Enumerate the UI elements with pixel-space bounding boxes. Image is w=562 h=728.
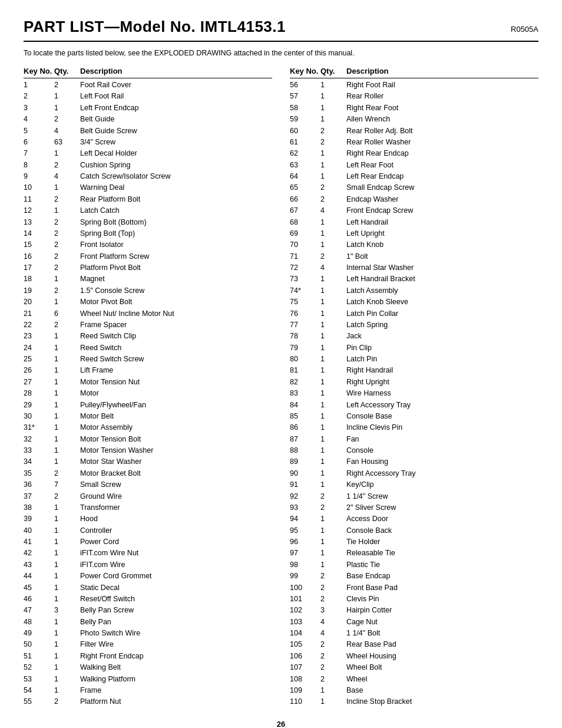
table-row: 97 1 Releasable Tie [290, 548, 538, 559]
part-desc: Latch Catch [80, 205, 272, 216]
table-row: 96 1 Tie Holder [290, 536, 538, 548]
part-qty: 2 [54, 262, 80, 274]
part-key: 107 [290, 662, 320, 673]
table-row: 83 1 Wire Harness [290, 388, 538, 399]
part-key: 91 [290, 479, 320, 490]
part-desc: Platform Pivot Bolt [80, 262, 272, 274]
part-qty: 2 [54, 319, 80, 331]
part-key: 40 [24, 525, 54, 536]
part-key: 109 [290, 685, 320, 696]
part-qty: 2 [54, 285, 80, 297]
part-key: 54 [24, 685, 54, 696]
table-row: 5 4 Belt Guide Screw [24, 126, 272, 137]
part-key: 76 [290, 308, 320, 319]
part-desc: 1" Bolt [346, 251, 538, 262]
part-desc: Front Platform Screw [80, 251, 272, 262]
part-qty: 1 [54, 434, 80, 445]
part-key: 34 [24, 456, 54, 467]
part-desc: Motor Tension Washer [80, 445, 272, 456]
part-key: 44 [24, 571, 54, 582]
part-desc: Incline Clevis Pin [346, 422, 538, 433]
table-row: 100 2 Front Base Pad [290, 582, 538, 594]
part-key: 21 [24, 308, 54, 319]
part-desc: Controller [80, 525, 272, 536]
part-key: 95 [290, 525, 320, 536]
part-key: 3 [24, 103, 54, 114]
part-key: 26 [24, 365, 54, 376]
part-qty: 1 [320, 228, 346, 239]
table-row: 12 1 Latch Catch [24, 205, 272, 216]
part-key: 46 [24, 594, 54, 605]
table-row: 107 2 Wheel Bolt [290, 662, 538, 673]
part-key: 27 [24, 377, 54, 388]
table-row: 77 1 Latch Spring [290, 319, 538, 331]
part-key: 25 [24, 354, 54, 365]
table-row: 13 2 Spring Bolt (Bottom) [24, 217, 272, 228]
part-qty: 1 [54, 594, 80, 605]
table-row: 50 1 Filter Wire [24, 639, 272, 650]
table-row: 30 1 Motor Belt [24, 411, 272, 422]
part-key: 110 [290, 696, 320, 707]
table-row: 57 1 Rear Roller [290, 91, 538, 102]
part-key: 98 [290, 559, 320, 571]
table-row: 35 2 Motor Bracket Bolt [24, 468, 272, 479]
table-row: 39 1 Hood [24, 513, 272, 525]
part-qty: 1 [54, 445, 80, 456]
table-row: 104 4 1 1/4" Bolt [290, 628, 538, 639]
table-row: 92 2 1 1/4" Screw [290, 491, 538, 502]
table-row: 49 1 Photo Switch Wire [24, 628, 272, 639]
part-key: 51 [24, 651, 54, 662]
part-key: 35 [24, 468, 54, 479]
part-key: 102 [290, 605, 320, 616]
part-qty: 4 [320, 628, 346, 639]
part-qty: 6 [54, 308, 80, 319]
part-key: 22 [24, 319, 54, 331]
part-desc: Latch Spring [346, 319, 538, 331]
part-key: 101 [290, 594, 320, 605]
table-row: 58 1 Right Rear Foot [290, 103, 538, 114]
table-row: 73 1 Left Handrail Bracket [290, 274, 538, 285]
part-desc: Console [346, 445, 538, 456]
table-row: 80 1 Latch Pin [290, 354, 538, 365]
part-qty: 1 [54, 513, 80, 525]
part-key: 8 [24, 160, 54, 171]
part-qty: 1 [54, 639, 80, 650]
table-row: 71 2 1" Bolt [290, 251, 538, 262]
part-desc: Access Door [346, 513, 538, 525]
part-desc: Belly Pan Screw [80, 605, 272, 616]
table-row: 95 1 Console Back [290, 525, 538, 536]
part-key: 67 [290, 205, 320, 216]
part-key: 2 [24, 91, 54, 102]
part-desc: Left Upright [346, 228, 538, 239]
part-key: 5 [24, 126, 54, 137]
header-qty-left: Qty. [54, 67, 80, 75]
table-row: 101 2 Clevis Pin [290, 594, 538, 605]
part-desc: Wheel Bolt [346, 662, 538, 673]
part-desc: Filter Wire [80, 639, 272, 650]
part-qty: 1 [54, 582, 80, 594]
part-desc: Power Cord [80, 536, 272, 548]
part-desc: Motor Assembly [80, 422, 272, 433]
part-desc: Motor Pivot Bolt [80, 297, 272, 308]
table-row: 69 1 Left Upright [290, 228, 538, 239]
part-key: 59 [290, 114, 320, 125]
part-key: 13 [24, 217, 54, 228]
part-qty: 1 [54, 411, 80, 422]
part-qty: 1 [54, 674, 80, 685]
part-key: 29 [24, 400, 54, 411]
part-desc: Fan [346, 434, 538, 445]
part-desc: Wheel [346, 674, 538, 685]
table-row: 66 2 Endcap Washer [290, 194, 538, 205]
part-qty: 1 [320, 148, 346, 159]
part-desc: Reed Switch [80, 342, 272, 354]
part-qty: 4 [54, 171, 80, 182]
part-desc: Motor Tension Bolt [80, 434, 272, 445]
right-col-header: Key No. Qty. Description [290, 67, 538, 78]
part-key: 57 [290, 91, 320, 102]
table-row: 10 1 Warning Deal [24, 182, 272, 193]
part-qty: 2 [320, 651, 346, 662]
part-qty: 1 [54, 502, 80, 513]
part-key: 65 [290, 182, 320, 193]
part-desc: Right Accessory Tray [346, 468, 538, 479]
part-desc: Reed Switch Clip [80, 331, 272, 342]
